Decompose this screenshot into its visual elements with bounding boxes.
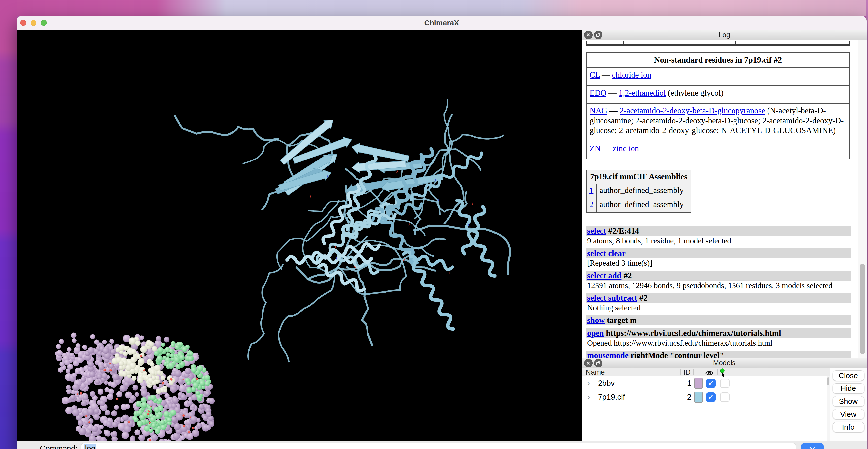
info-model-button[interactable]: Info xyxy=(833,422,864,432)
command-response: [Repeated 3 time(s)] xyxy=(586,258,854,268)
model-color-swatch[interactable] xyxy=(694,392,703,403)
model-select-checkbox[interactable] xyxy=(720,392,730,402)
nonstandard-residues-table: Non-standard residues in 7p19.cif #2 CL … xyxy=(586,52,850,159)
residue-name-link[interactable]: chloride ion xyxy=(612,70,651,79)
command-help-link[interactable]: select add xyxy=(587,271,621,280)
model-row-7p19[interactable]: › 7p19.cif 2 ✓ xyxy=(582,390,830,404)
assembly-desc: author_defined_assembly xyxy=(596,184,691,198)
models-undock-button[interactable] xyxy=(594,359,602,367)
disclosure-chevron-icon[interactable]: › xyxy=(587,392,590,402)
chevron-down-icon xyxy=(809,446,816,449)
model-select-checkbox[interactable] xyxy=(720,379,730,388)
residue-code-link[interactable]: EDO xyxy=(590,88,607,97)
3d-viewport[interactable] xyxy=(17,30,582,441)
command-help-link[interactable]: show xyxy=(587,316,605,325)
command-selected-text: log xyxy=(84,444,96,449)
command-help-link[interactable]: open xyxy=(587,329,604,338)
residue-code-link[interactable]: NAG xyxy=(590,106,608,115)
wallpaper-right xyxy=(866,0,868,449)
model-shown-checkbox[interactable]: ✓ xyxy=(706,379,716,388)
models-buttons: Close Hide Show View Info xyxy=(830,368,867,441)
residue-code-link[interactable]: ZN xyxy=(590,144,600,153)
close-window-button[interactable] xyxy=(20,20,26,26)
command-help-link[interactable]: select clear xyxy=(587,249,626,258)
log-entry: show target m xyxy=(586,315,854,325)
log-close-button[interactable] xyxy=(584,31,593,39)
view-model-button[interactable]: View xyxy=(833,409,864,419)
log-entry: select clear [Repeated 3 time(s)] xyxy=(586,248,854,268)
command-response: 9 atoms, 8 bonds, 1 residue, 1 model sel… xyxy=(586,236,854,245)
log-entry: select subtract #2 Nothing selected xyxy=(586,293,854,312)
model-id: 1 xyxy=(681,379,691,388)
zoom-window-button[interactable] xyxy=(41,20,47,26)
residue-row: CL — chloride ion xyxy=(586,68,850,86)
residue-row: NAG — 2-acetamido-2-deoxy-beta-D-glucopy… xyxy=(586,103,850,141)
model-row-2bbv[interactable]: › 2bbv 1 ✓ xyxy=(582,376,830,390)
log-entry: open https://www.rbvi.ucsf.edu/chimerax/… xyxy=(586,328,854,348)
column-id: ID xyxy=(683,368,690,376)
models-close-button[interactable] xyxy=(584,359,593,367)
molecule-render xyxy=(17,30,582,441)
models-body: Name ID › 2bbv xyxy=(582,368,867,441)
command-input[interactable]: log xyxy=(81,443,796,449)
assemblies-table-title: 7p19.cif mmCIF Assemblies xyxy=(586,170,691,184)
models-table-header: Name ID xyxy=(582,368,830,376)
command-help-link[interactable]: select subtract xyxy=(587,293,638,302)
residue-row: EDO — 1,2-ethanediol (ethylene glycol) xyxy=(586,86,850,103)
command-response: Nothing selected xyxy=(586,303,854,312)
log-scrollbar-thumb[interactable] xyxy=(860,264,865,354)
close-model-button[interactable]: Close xyxy=(833,371,864,381)
column-name: Name xyxy=(586,368,605,376)
residues-table-title: Non-standard residues in 7p19.cif #2 xyxy=(586,53,850,68)
disclosure-chevron-icon[interactable]: › xyxy=(587,378,590,388)
log-entry: mousemode rightMode "contour level" [Rep… xyxy=(586,351,854,358)
undock-icon xyxy=(596,33,600,37)
command-label: Command: xyxy=(40,443,78,449)
command-help-link[interactable]: mousemode xyxy=(587,351,628,358)
chimerax-window: ChimeraX xyxy=(17,16,867,449)
log-entry: select add #2 12591 atoms, 12946 bonds, … xyxy=(586,270,854,290)
models-panel-title: Models xyxy=(713,359,736,367)
models-table: Name ID › 2bbv xyxy=(582,368,830,441)
close-icon xyxy=(586,361,591,365)
assembly-id-link[interactable]: 1 xyxy=(589,186,594,195)
command-help-link[interactable]: select xyxy=(587,226,606,235)
minimize-window-button[interactable] xyxy=(31,20,36,26)
models-scrollbar-thumb[interactable] xyxy=(827,377,829,385)
residue-name-link[interactable]: zinc ion xyxy=(613,144,639,153)
ribbon-model-7p19 xyxy=(175,100,510,362)
model-name: 2bbv xyxy=(598,379,615,388)
command-response: Opened https://www.rbvi.ucsf.edu/chimera… xyxy=(586,338,854,348)
hide-model-button[interactable]: Hide xyxy=(833,383,864,394)
assembly-desc: author_defined_assembly xyxy=(596,198,691,212)
undock-icon xyxy=(596,361,600,365)
log-panel-title: Log xyxy=(719,31,730,39)
model-color-swatch[interactable] xyxy=(694,378,703,389)
log-scrollbar[interactable] xyxy=(858,40,867,358)
assembly-id-link[interactable]: 2 xyxy=(589,200,594,209)
show-model-button[interactable]: Show xyxy=(833,396,864,407)
spacefill-model-2bbv xyxy=(55,333,215,441)
model-shown-checkbox[interactable]: ✓ xyxy=(706,392,716,402)
residue-name-link[interactable]: 1,2-ethanediol xyxy=(619,88,666,97)
assemblies-table: 7p19.cif mmCIF Assemblies 1 author_defin… xyxy=(586,170,691,213)
wallpaper-top xyxy=(0,0,868,17)
window-title: ChimeraX xyxy=(424,19,459,27)
command-bar: Command: log xyxy=(17,441,867,449)
right-panel: Log Non-standard residues in 7p19.cif #2… xyxy=(582,30,867,441)
log-entry: select #2/E:414 9 atoms, 8 bonds, 1 resi… xyxy=(586,226,854,245)
scrolled-table-edge xyxy=(586,42,850,46)
log-content: Non-standard residues in 7p19.cif #2 CL … xyxy=(582,40,867,358)
wallpaper-left xyxy=(0,0,17,449)
close-icon xyxy=(586,33,591,37)
model-id: 2 xyxy=(681,393,691,402)
residue-name-link[interactable]: 2-acetamido-2-deoxy-beta-D-glucopyranose xyxy=(620,106,765,115)
models-scrollbar[interactable] xyxy=(827,376,830,441)
log-titlebar: Log xyxy=(582,30,867,40)
model-name: 7p19.cif xyxy=(598,393,625,402)
log-undock-button[interactable] xyxy=(594,31,602,39)
models-titlebar: Models xyxy=(582,358,867,368)
residue-code-link[interactable]: CL xyxy=(590,70,600,79)
command-history-dropdown[interactable] xyxy=(801,443,824,449)
window-titlebar: ChimeraX xyxy=(17,16,867,30)
